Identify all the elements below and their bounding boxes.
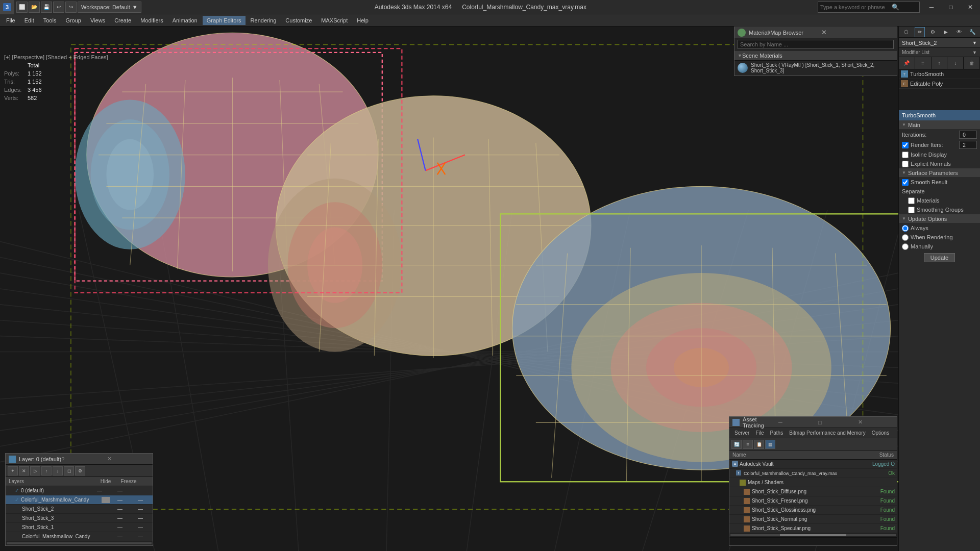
modifier-list-btn[interactable]: ≡ <box>915 57 932 69</box>
minimize-btn[interactable]: ─ <box>922 0 941 14</box>
layer-settings-btn[interactable]: ⚙ <box>75 466 85 475</box>
workspace-selector[interactable]: Workspace: Default ▼ <box>78 2 141 13</box>
menu-customize[interactable]: Customize <box>281 16 316 25</box>
asset-menu-bitmap[interactable]: Bitmap Performance and Memory <box>786 429 869 437</box>
search-icon[interactable]: 🔍 <box>892 4 899 11</box>
menu-file[interactable]: File <box>2 16 19 25</box>
menu-edit[interactable]: Edit <box>20 16 38 25</box>
redo-btn[interactable]: ↪ <box>65 2 77 13</box>
menu-tools[interactable]: Tools <box>39 16 61 25</box>
mod-delete[interactable]: 🗑 <box>964 57 980 69</box>
asset-minimize-btn[interactable]: ─ <box>778 419 814 425</box>
asset-btn-1[interactable]: 🔄 <box>731 440 742 449</box>
layer-row-stick1[interactable]: Short_Stick_1 — — <box>6 523 153 532</box>
manually-radio[interactable] <box>902 243 909 250</box>
menu-animation[interactable]: Animation <box>168 16 202 25</box>
asset-row-normal[interactable]: Short_Stick_Normal.png Found <box>729 515 897 524</box>
layer-add-btn[interactable]: ▷ <box>30 466 40 475</box>
layer-row-stick2[interactable]: Short_Stick_2 — — <box>6 505 153 514</box>
new-btn[interactable]: ⬜ <box>16 2 28 13</box>
section-update-options[interactable]: Update Options <box>899 214 980 223</box>
menu-modifiers[interactable]: Modifiers <box>136 16 167 25</box>
smooth-result-checkbox[interactable] <box>902 179 909 186</box>
layers-close[interactable]: ✕ <box>107 456 150 462</box>
render-iters-checkbox[interactable] <box>902 142 909 148</box>
mod-arrow-up[interactable]: ↑ <box>932 57 948 69</box>
menu-graph-editors[interactable]: Graph Editors <box>203 16 246 25</box>
menu-rendering[interactable]: Rendering <box>247 16 281 25</box>
maximize-btn[interactable]: □ <box>941 0 961 14</box>
menu-group[interactable]: Group <box>61 16 85 25</box>
modifier-name-editable-poly: Editable Poly <box>910 81 943 87</box>
utilities-icon[interactable]: 🔧 <box>967 27 977 37</box>
asset-row-vault[interactable]: A Autodesk Vault Logged O <box>729 460 897 469</box>
modifier-editable-poly[interactable]: E Editable Poly <box>899 79 980 89</box>
explicit-normals-checkbox[interactable] <box>902 161 909 167</box>
iterations-spinbox[interactable] <box>959 131 977 139</box>
layer-select-btn[interactable]: ◻ <box>64 466 74 475</box>
layer-row-0[interactable]: ✓ 0 (default) — — <box>6 486 153 495</box>
display-icon[interactable]: 👁 <box>954 27 964 37</box>
asset-maximize-btn[interactable]: □ <box>818 419 854 425</box>
material-browser-close[interactable]: ✕ <box>821 29 894 36</box>
smoothing-groups-checkbox[interactable] <box>908 207 915 213</box>
mod-arrow-down[interactable]: ↓ <box>947 57 964 69</box>
layer-move-down-btn[interactable]: ↓ <box>53 466 63 475</box>
hierarchy-icon[interactable]: ⚙ <box>928 27 938 37</box>
create-icon[interactable]: ⬡ <box>901 27 912 37</box>
material-item[interactable]: Short_Stick ( VRayMtl ) [Short_Stick_1, … <box>734 61 897 76</box>
always-radio[interactable] <box>902 225 909 232</box>
menu-create[interactable]: Create <box>110 16 135 25</box>
asset-row-fresnel[interactable]: Short_Stick_Fresnel.png Found <box>729 496 897 506</box>
open-btn[interactable]: 📂 <box>29 2 40 13</box>
isoline-checkbox[interactable] <box>902 152 909 158</box>
layers-help[interactable]: ? <box>61 456 104 462</box>
materials-checkbox[interactable] <box>908 197 915 204</box>
asset-scrollbar-h[interactable] <box>729 533 897 537</box>
asset-btn-2[interactable]: ≡ <box>743 440 753 449</box>
menu-maxscript[interactable]: MAXScript <box>317 16 352 25</box>
undo-btn[interactable]: ↩ <box>53 2 64 13</box>
mat-search-input[interactable] <box>738 40 894 49</box>
layer-delete-btn[interactable]: ✕ <box>19 466 29 475</box>
menu-views[interactable]: Views <box>86 16 109 25</box>
asset-menu-server[interactable]: Server <box>731 429 752 437</box>
section-main[interactable]: Main <box>899 120 980 130</box>
asset-btn-4[interactable]: ▦ <box>765 440 775 449</box>
save-btn[interactable]: 💾 <box>41 2 52 13</box>
asset-row-diffuse[interactable]: Short_Stick_Diffuse.png Found <box>729 487 897 496</box>
asset-row-specular[interactable]: Short_Stick_Specular.png Found <box>729 524 897 533</box>
asset-row-file[interactable]: f Colorful_Marshmallow_Candy_max_vray.ma… <box>729 469 897 478</box>
menu-help[interactable]: Help <box>353 16 373 25</box>
render-iters-spinbox[interactable] <box>959 141 977 149</box>
asset-menu-paths[interactable]: Paths <box>767 429 787 437</box>
modify-icon active[interactable]: ✏ <box>915 27 925 37</box>
asset-menu-options[interactable]: Options <box>869 429 892 437</box>
pin-btn[interactable]: 📌 <box>899 57 915 69</box>
close-btn[interactable]: ✕ <box>961 0 980 14</box>
asset-scrollbar-thumb[interactable] <box>780 534 846 536</box>
asset-col-header: Name Status <box>729 450 897 460</box>
layer-row-candy2[interactable]: Colorful_Marshmallow_Candy — — <box>6 532 153 541</box>
material-browser-header[interactable]: Material/Map Browser ✕ <box>734 27 897 38</box>
asset-close-btn[interactable]: ✕ <box>858 419 894 425</box>
asset-row-glossiness[interactable]: Short_Stick_Glossiness.png Found <box>729 506 897 515</box>
layer-move-btn[interactable]: ↑ <box>41 466 52 475</box>
asset-btn-3[interactable]: 📋 <box>754 440 764 449</box>
update-button[interactable]: Update <box>924 253 955 262</box>
when-rendering-radio[interactable] <box>902 234 909 241</box>
layer-row-stick3[interactable]: Short_Stick_3 — — <box>6 514 153 523</box>
asset-row-folder[interactable]: Maps / Shaders <box>729 478 897 487</box>
search-input[interactable] <box>820 4 892 10</box>
layers-scrollbar-track[interactable] <box>7 542 152 544</box>
layer-row-colorful[interactable]: ✓ Colorful_Marshmallow_Candy — — <box>6 495 153 505</box>
motion-icon[interactable]: ▶ <box>941 27 951 37</box>
layer-new-btn[interactable]: + <box>8 466 18 475</box>
modifier-turbosmooth[interactable]: T TurboSmooth <box>899 69 980 79</box>
turbosmooth-header[interactable]: TurboSmooth <box>899 110 980 120</box>
scene-materials-header[interactable]: Scene Materials <box>734 51 897 61</box>
layers-scrollbar[interactable] <box>6 541 153 545</box>
asset-scrollbar-track[interactable] <box>730 534 896 536</box>
asset-menu-file[interactable]: File <box>752 429 767 437</box>
section-surface-params[interactable]: Surface Parameters <box>899 168 980 178</box>
